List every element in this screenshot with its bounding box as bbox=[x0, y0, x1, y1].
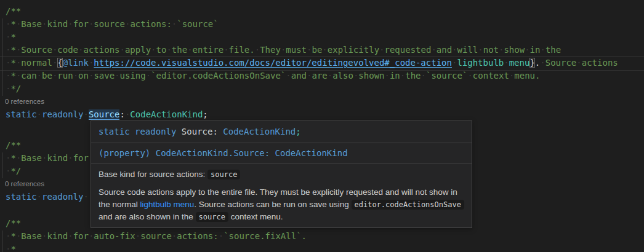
code-token: : bbox=[119, 109, 124, 119]
hovered-symbol[interactable]: Source bbox=[89, 109, 120, 120]
whitespace-dot: · bbox=[379, 45, 384, 55]
code-token: Source: bbox=[176, 127, 223, 136]
codelens-references[interactable]: 0 references bbox=[5, 95, 44, 108]
code-token: ·*·Source·code·actions·apply·to·the·enti… bbox=[6, 45, 561, 55]
whitespace-dot: · bbox=[16, 58, 21, 68]
whitespace-dot: · bbox=[385, 71, 390, 81]
whitespace-dot: · bbox=[172, 19, 177, 29]
code-token: ·* bbox=[6, 244, 16, 252]
whitespace-dot: · bbox=[73, 71, 78, 81]
whitespace-dot: · bbox=[504, 58, 509, 68]
whitespace-dot: · bbox=[478, 45, 483, 55]
whitespace-dot: · bbox=[52, 45, 57, 55]
code-line: ·* bbox=[6, 31, 16, 44]
whitespace-dot: · bbox=[146, 71, 151, 81]
whitespace-dot: · bbox=[172, 231, 177, 241]
code-token: static bbox=[6, 192, 37, 202]
code-token: · bbox=[83, 192, 88, 202]
whitespace-dot: · bbox=[166, 45, 171, 55]
whitespace-dot: · bbox=[115, 71, 119, 81]
whitespace-dot: · bbox=[255, 45, 260, 55]
code-token: static readonly bbox=[99, 127, 176, 136]
whitespace-dot: · bbox=[328, 71, 332, 81]
tooltip-text: and are also shown in the bbox=[99, 212, 196, 221]
code-token: ·*·Base·kind·for bbox=[6, 153, 89, 163]
whitespace-dot: · bbox=[219, 231, 223, 241]
code-token: CodeActionKind bbox=[223, 127, 296, 136]
whitespace-dot: · bbox=[6, 71, 10, 81]
code-line: ·* bbox=[6, 243, 16, 252]
whitespace-dot: · bbox=[89, 19, 94, 29]
code-token: ; bbox=[296, 127, 300, 136]
code-token: /** bbox=[6, 6, 21, 16]
code-token: · bbox=[37, 109, 42, 119]
whitespace-dot: · bbox=[431, 45, 436, 55]
tooltip-paragraph: Source code actions apply to the entire … bbox=[99, 186, 464, 223]
whitespace-dot: · bbox=[120, 45, 125, 55]
whitespace-dot: · bbox=[16, 19, 21, 29]
code-line: ·*·can·be·run·on·save·using·`editor.code… bbox=[6, 69, 540, 82]
whitespace-dot: · bbox=[135, 231, 140, 241]
whitespace-dot: · bbox=[6, 32, 10, 42]
code-token: ·*·Base·kind·for·source·actions:·`source… bbox=[6, 19, 219, 29]
whitespace-dot: · bbox=[37, 71, 42, 81]
whitespace-dot: · bbox=[6, 244, 10, 252]
code-token: ·*·normal· bbox=[6, 58, 57, 68]
whitespace-dot: · bbox=[16, 45, 21, 55]
code-token: CodeActionKind bbox=[130, 109, 203, 119]
indent-guide bbox=[2, 152, 2, 178]
whitespace-dot: · bbox=[187, 45, 192, 55]
inline-code: editor.codeActionsOnSave bbox=[352, 200, 464, 210]
code-token: ·* bbox=[6, 32, 16, 42]
code-line: /** bbox=[6, 217, 21, 230]
code-token: ; bbox=[203, 109, 207, 119]
whitespace-dot: · bbox=[6, 58, 10, 68]
code-token: static bbox=[6, 109, 37, 119]
code-token: /** bbox=[6, 140, 21, 150]
code-line: ·*·normal·{@link·https://code.visualstud… bbox=[6, 57, 618, 69]
whitespace-dot: · bbox=[37, 192, 42, 202]
whitespace-dot: · bbox=[525, 45, 529, 55]
code-token: ·*·Base·kind·for·auto-fix·source·actions… bbox=[6, 231, 307, 241]
whitespace-dot: · bbox=[576, 58, 581, 68]
whitespace-dot: · bbox=[307, 71, 312, 81]
tooltip-signature: static readonly Source: CodeActionKind; bbox=[91, 121, 472, 143]
tooltip-documentation: Base kind for source actions: sourceSour… bbox=[91, 163, 472, 227]
doc-link[interactable]: https://code.visualstudio.com/docs/edito… bbox=[94, 58, 452, 68]
whitespace-dot: · bbox=[286, 71, 291, 81]
whitespace-dot: · bbox=[151, 45, 156, 55]
whitespace-dot: · bbox=[307, 45, 312, 55]
whitespace-dot: · bbox=[52, 71, 57, 81]
code-line: /** bbox=[6, 139, 21, 152]
whitespace-dot: · bbox=[89, 231, 94, 241]
code-token: readonly bbox=[42, 192, 83, 202]
whitespace-dot: · bbox=[421, 71, 426, 81]
whitespace-dot: · bbox=[37, 109, 42, 119]
code-token: /** bbox=[6, 218, 21, 228]
whitespace-dot: · bbox=[499, 45, 504, 55]
whitespace-dot: · bbox=[540, 45, 545, 55]
code-line: ·*·Base·kind·for·source·actions:·`source… bbox=[6, 18, 219, 31]
whitespace-dot: · bbox=[6, 19, 10, 29]
whitespace-dot: · bbox=[78, 45, 83, 55]
tooltip-link-lightbulb-menu[interactable]: lightbulb menu bbox=[140, 200, 195, 209]
whitespace-dot: · bbox=[6, 153, 10, 163]
whitespace-dot: · bbox=[400, 71, 405, 81]
whitespace-dot: · bbox=[223, 45, 228, 55]
whitespace-dot: · bbox=[16, 153, 21, 163]
tooltip-paragraph: Base kind for source actions: source bbox=[99, 168, 464, 181]
whitespace-dot: · bbox=[540, 58, 545, 68]
whitespace-dot: · bbox=[68, 231, 73, 241]
code-line: static·readonly· bbox=[6, 191, 89, 203]
code-token: .· bbox=[535, 58, 545, 68]
code-editor: /**·*·Base·kind·for·source·actions:·`sou… bbox=[0, 0, 644, 252]
inline-code: source bbox=[196, 212, 228, 222]
code-line: ·*/ bbox=[6, 82, 21, 95]
code-token: ·*·can·be·run·on·save·using·`editor.code… bbox=[6, 71, 540, 81]
tooltip-text: . Source actions can be run on save usin… bbox=[194, 200, 351, 209]
codelens-references[interactable]: 0 references bbox=[5, 178, 44, 191]
whitespace-dot: · bbox=[89, 71, 94, 81]
whitespace-dot: · bbox=[467, 71, 472, 81]
hover-tooltip: static readonly Source: CodeActionKind; … bbox=[91, 120, 472, 228]
whitespace-dot: · bbox=[68, 153, 73, 163]
